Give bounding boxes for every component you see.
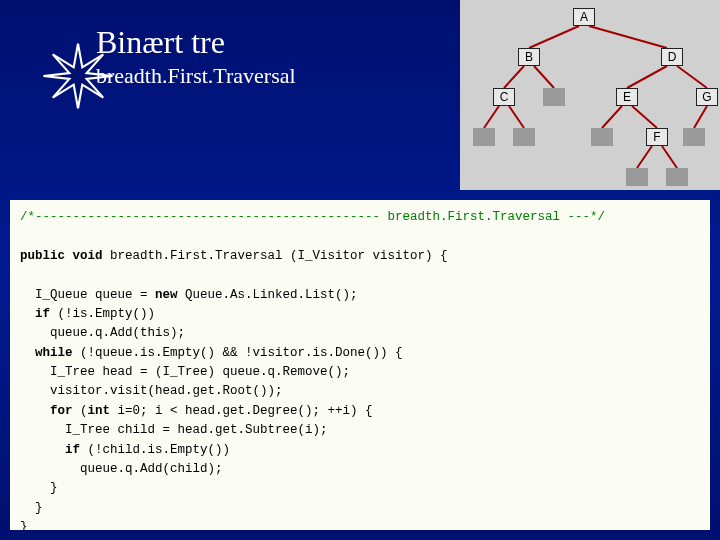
tree-node-blank	[626, 168, 648, 186]
tree-node-blank	[473, 128, 495, 146]
tree-node-C: C	[493, 88, 515, 106]
code-line: I_Tree head = (I_Tree) queue.q.Remove();	[20, 365, 350, 379]
tree-node-G: G	[696, 88, 718, 106]
tree-node-F: F	[646, 128, 668, 146]
tree-node-blank	[513, 128, 535, 146]
tree-diagram: A B D C E G F	[460, 0, 720, 190]
tree-node-blank	[543, 88, 565, 106]
slide: Binært tre breadth.First.Traversal	[0, 0, 720, 540]
svg-line-5	[627, 66, 667, 88]
svg-line-2	[589, 26, 667, 48]
code-line: queue.q.Add(this);	[20, 326, 185, 340]
svg-line-9	[602, 106, 622, 128]
tree-node-blank	[666, 168, 688, 186]
svg-line-13	[662, 146, 677, 168]
svg-line-7	[484, 106, 499, 128]
code-line: }	[20, 481, 58, 495]
tree-node-B: B	[518, 48, 540, 66]
svg-line-8	[509, 106, 524, 128]
page-title: Binært tre	[96, 24, 296, 61]
svg-line-11	[694, 106, 707, 128]
page-subtitle: breadth.First.Traversal	[96, 63, 296, 89]
svg-line-4	[534, 66, 554, 88]
code-line: queue.q.Add(child);	[20, 462, 223, 476]
tree-node-blank	[683, 128, 705, 146]
code-line: visitor.visit(head.get.Root());	[20, 384, 283, 398]
code-line: I_Queue queue = new Queue.As.Linked.List…	[20, 288, 358, 302]
svg-line-10	[632, 106, 657, 128]
code-line: /*--------------------------------------…	[20, 210, 605, 224]
tree-node-A: A	[573, 8, 595, 26]
code-block: /*--------------------------------------…	[10, 200, 710, 530]
svg-line-1	[529, 26, 579, 48]
tree-node-E: E	[616, 88, 638, 106]
code-line: public void breadth.First.Traversal (I_V…	[20, 249, 448, 263]
code-line: while (!queue.is.Empty() && !visitor.is.…	[20, 346, 403, 360]
code-line: for (int i=0; i < head.get.Degree(); ++i…	[20, 404, 373, 418]
svg-line-3	[504, 66, 524, 88]
svg-line-12	[637, 146, 652, 168]
tree-node-blank	[591, 128, 613, 146]
code-line: I_Tree child = head.get.Subtree(i);	[20, 423, 328, 437]
code-line: }	[20, 501, 43, 515]
tree-node-D: D	[661, 48, 683, 66]
code-line: if (!is.Empty())	[20, 307, 155, 321]
code-line: if (!child.is.Empty())	[20, 443, 230, 457]
title-block: Binært tre breadth.First.Traversal	[96, 24, 296, 89]
svg-line-6	[677, 66, 707, 88]
code-line: }	[20, 520, 28, 530]
